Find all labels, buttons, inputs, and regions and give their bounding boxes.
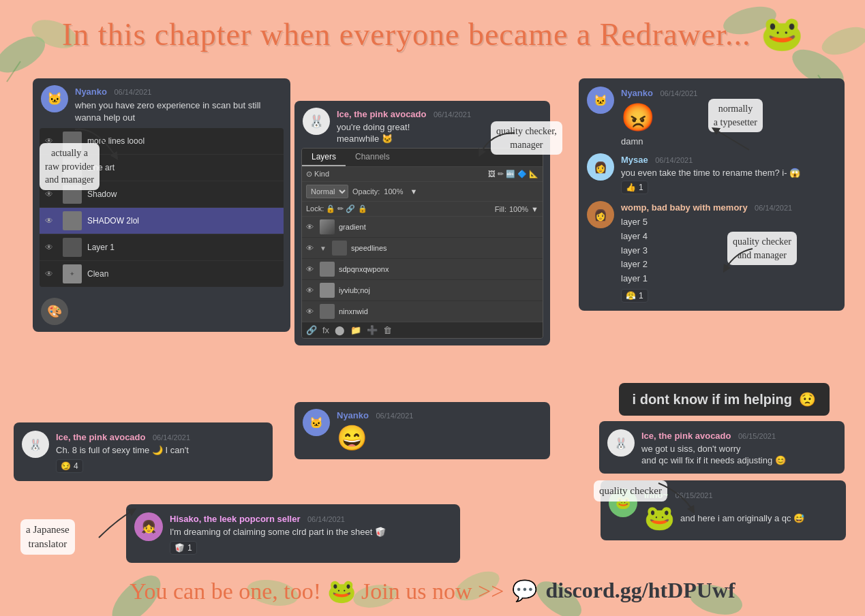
ps-fx-icon: fx: [322, 325, 329, 335]
layer-name-shadow2: SHADOW 2lol: [87, 216, 139, 226]
ps-thumb-speedlines: [332, 241, 347, 256]
layer-name-shadow: Shadow: [87, 189, 117, 199]
ps-circle-icon: ⬤: [335, 325, 345, 335]
arrow-quality-checker: [655, 480, 696, 514]
arrow-qc-manager-right: [722, 245, 756, 273]
ps-eye-iyv: 👁: [306, 286, 316, 294]
ice-avatar-middle: 🐰: [303, 108, 330, 135]
reaction-emoji-womp: 😤: [626, 291, 636, 301]
ps-blend-select[interactable]: Normal: [306, 185, 348, 198]
ps-layer-gradient: 👁 gradient: [302, 217, 543, 238]
bottom-left-card: 🐰 Ice, the pink avocado 06/14/2021 Ch. 8…: [14, 422, 273, 481]
nyanko-username-top: Nyanko: [75, 87, 107, 97]
ice-username-botleft: Ice, the pink avocado: [56, 432, 146, 442]
right-nyanko-timestamp: 06/14/2021: [660, 89, 697, 97]
ps-layer-ninx: 👁 ninxnwid: [302, 301, 543, 322]
right-mysae-username: Mysae: [621, 155, 648, 165]
ps-delete-icon: 🗑: [383, 325, 392, 335]
layers-footer-avatar: 🎨: [41, 298, 68, 325]
page-container: In this chapter when everyone became a R…: [0, 0, 865, 616]
ice-username-reply: Ice, the pink avocado: [641, 431, 731, 441]
right-nyanko-avatar: 🐱: [587, 87, 614, 114]
ps-name-gradient: gradient: [339, 223, 366, 231]
ps-opacity-label: Opacity:: [352, 187, 380, 196]
nyanko-message-top: when you have zero experience in scan bu…: [75, 99, 282, 124]
ps-tab-layers[interactable]: Layers: [302, 149, 346, 166]
ps-new-icon: ➕: [367, 325, 378, 335]
ice-avatar-reply: 🐰: [607, 429, 635, 457]
ice-reply-msg: 🐰 Ice, the pink avocado 06/15/2021 we go…: [607, 429, 836, 465]
right-mysae-timestamp: 06/14/2021: [655, 156, 693, 164]
helping-emoji: 😟: [799, 391, 816, 407]
ice-text1-reply: we got u siss, don't worry: [641, 444, 786, 454]
ice-bottom-left-msg: 🐰 Ice, the pink avocado 06/14/2021 Ch. 8…: [22, 431, 264, 473]
ps-name-iyv: iyviub;noj: [339, 286, 370, 294]
nyanko-avatar-psbot: 🐱: [303, 409, 330, 436]
ps-layer-sdp: 👁 sdpqnxqwponx: [302, 259, 543, 280]
eye-icon-shadow: 👁: [45, 189, 57, 199]
page-title: In this chapter when everyone became a R…: [62, 17, 750, 52]
discord-link[interactable]: discord.gg/htDPUwf: [545, 578, 735, 603]
arrow-japanese-translator: [95, 507, 136, 541]
ps-layer-iyv: 👁 iyviub;noj: [302, 280, 543, 301]
reaction-count-womp: 1: [639, 291, 643, 301]
ps-fill-chevron: ▼: [531, 205, 538, 213]
hisako-msg: 👧 Hisako, the leek popcorn seller 06/14/…: [134, 512, 452, 555]
ps-chevron: ▼: [410, 187, 418, 196]
right-nyanko-emoji: 😡: [621, 102, 697, 134]
photoshop-panel: Layers Channels ⊙ Kind 🖼 ✏ 🔤 🔷 📐 Normal …: [301, 148, 543, 339]
ice-reply-card: 🐰 Ice, the pink avocado 06/15/2021 we go…: [599, 421, 845, 474]
ps-kind-row: ⊙ Kind 🖼 ✏ 🔤 🔷 📐: [302, 167, 543, 182]
ps-thumb-ninx: [320, 304, 335, 319]
right-mysae-text: you even take the time to rename them? i…: [621, 168, 800, 178]
right-mysae-msg: 👩 Mysae 06/14/2021 you even take the tim…: [587, 153, 836, 194]
ps-eye-ninx: 👁: [306, 307, 316, 315]
layer-thumb-layer1: [63, 238, 82, 257]
right-mysae-reaction[interactable]: 👍 1: [621, 181, 648, 194]
layer-thumb-shadow2: [63, 211, 82, 230]
hisako-username: Hisako, the leek popcorn seller: [170, 514, 300, 524]
hisako-text: I'm dreaming of claiming some clrd part …: [170, 527, 386, 537]
footer-text: You can be one, too! 🐸 Join us now >>: [130, 577, 504, 604]
ps-bottom-icons: 🔗 fx ⬤ 📁 ➕ 🗑: [302, 322, 543, 338]
ps-icons: 🖼 ✏ 🔤 🔷 📐: [488, 170, 538, 179]
ps-eye-sdp: 👁: [306, 265, 316, 273]
arrow-qc-manager: [477, 129, 518, 157]
ice-reaction-botleft[interactable]: 😏 4: [56, 459, 83, 473]
ps-folder-icon: 📁: [350, 325, 361, 335]
nyanko-username-psbot: Nyanko: [337, 410, 369, 420]
ps-fill-label: Fill:: [495, 205, 506, 213]
layers-card-footer: 🎨: [33, 294, 290, 332]
footer-bar: You can be one, too! 🐸 Join us now >> 💬 …: [0, 565, 865, 616]
layer-row-layer1: 👁 Layer 1: [40, 234, 284, 261]
ice-username-middle: Ice, the pink avocado: [337, 109, 427, 119]
ice-text2-middle: meanwhile 🐱: [337, 134, 471, 144]
layer-row-shadow2: 👁 SHADOW 2lol: [40, 208, 284, 234]
hisako-reaction[interactable]: 🥡 1: [170, 541, 197, 555]
ps-name-ninx: ninxnwid: [339, 307, 368, 315]
ps-eye-speedlines: 👁: [306, 244, 316, 252]
hisako-timestamp: 06/14/2021: [307, 515, 345, 523]
ps-lock-label: Lock: 🔒 ✏ 🔗 🔒: [306, 204, 367, 213]
arrow-raw-provider: [68, 123, 123, 164]
right-nyanko-username: Nyanko: [621, 88, 653, 98]
title-frog-icon: 🐸: [761, 14, 803, 52]
nyanko-timestamp-psbot: 06/14/2021: [376, 412, 413, 420]
hisako-avatar: 👧: [134, 512, 163, 541]
ice-text1-middle: you're doing great!: [337, 122, 471, 132]
right-womp-reaction[interactable]: 😤 1: [621, 289, 648, 303]
reaction-count-ice-botleft: 4: [74, 461, 78, 471]
layer-row-clean: 👁 ✦ Clean: [40, 261, 284, 287]
ice-text2-reply: and qc will fix if it needs adjusting 😊: [641, 455, 786, 465]
right-mysae-avatar: 👩: [587, 153, 614, 181]
annotation-japanese-translator: a Japanesetranslator: [20, 519, 75, 555]
ps-fold-speedlines: ▼: [320, 245, 328, 252]
ice-timestamp-botleft: 06/14/2021: [153, 433, 190, 442]
nyanko-ps-bottom-card: 🐱 Nyanko 06/14/2021 😄: [294, 402, 550, 459]
discord-icon: 💬: [512, 579, 537, 602]
ps-tab-channels[interactable]: Channels: [346, 149, 399, 166]
ps-thumb-sdp: [320, 262, 335, 277]
right-womp-msg: 👩 womp, bad baby with memory 06/14/2021 …: [587, 201, 836, 303]
layer-name-clean: Clean: [87, 269, 108, 279]
ps-thumb-gradient: [320, 219, 335, 234]
